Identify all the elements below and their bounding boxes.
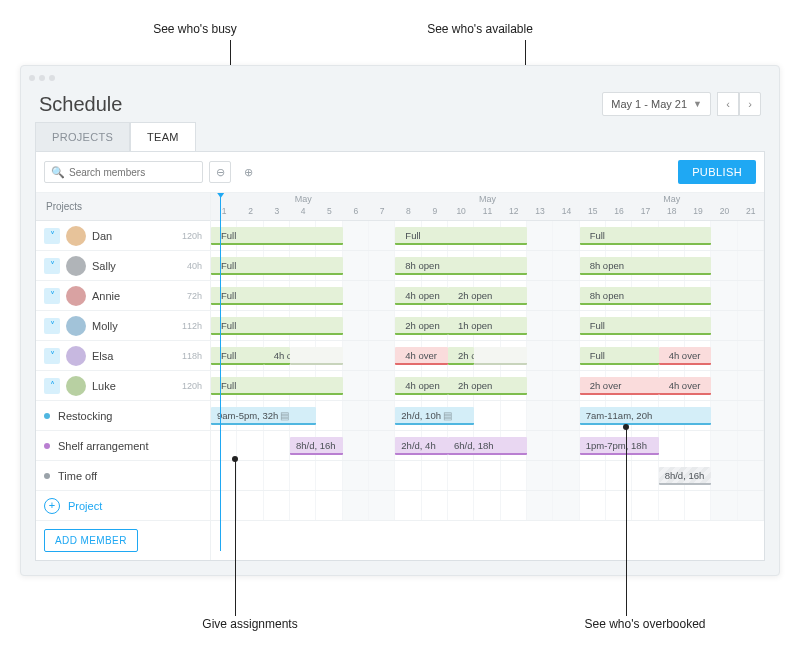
chevron-down-icon[interactable]: ˅ (44, 318, 60, 334)
window-titlebar (21, 66, 779, 82)
task-bar[interactable]: 1pm-7pm, 18h (580, 437, 659, 455)
search-icon: 🔍 (51, 166, 65, 179)
lock-icon: ▤ (280, 410, 289, 421)
task-bar[interactable]: 7am-11am, 20h (580, 407, 712, 425)
availability-bar[interactable]: 2h open (395, 317, 448, 335)
availability-bar[interactable] (474, 347, 527, 365)
zoom-out-button[interactable]: ⊖ (209, 161, 231, 183)
task-bar[interactable]: 9am-5pm, 32h ▤ (211, 407, 316, 425)
day-header: 19 (685, 206, 711, 219)
member-row[interactable]: ˅Dan120h (36, 221, 210, 251)
availability-bar[interactable]: Full (211, 377, 343, 395)
annotation-line (235, 460, 236, 616)
availability-bar[interactable] (290, 347, 343, 365)
member-row[interactable]: ˅Sally40h (36, 251, 210, 281)
next-button[interactable]: › (739, 92, 761, 116)
avatar (66, 256, 86, 276)
avatar (66, 346, 86, 366)
availability-bar[interactable]: 2h open (448, 287, 527, 305)
availability-bar[interactable]: Full (580, 317, 712, 335)
zoom-in-button[interactable]: ⊕ (237, 161, 259, 183)
calendar-header: MayMayMay 123456789101112131415161718192… (211, 193, 764, 221)
day-header: 14 (553, 206, 579, 219)
availability-bar[interactable]: 4h open (264, 347, 290, 365)
availability-bar[interactable]: 8h open (580, 287, 712, 305)
day-header: 17 (632, 206, 658, 219)
member-lane: Full4h open2h open2h over4h over (211, 371, 764, 401)
schedule-grid: Projects ˅Dan120h˅Sally40h˅Annie72h˅Moll… (36, 193, 764, 560)
toolbar: 🔍 ⊖ ⊕ PUBLISH (36, 152, 764, 193)
availability-bar[interactable]: 1h open (448, 317, 527, 335)
task-bar[interactable]: 8h/d, 16h (659, 467, 712, 485)
add-member-button[interactable]: ADD MEMBER (44, 529, 138, 552)
availability-bar[interactable]: Full (211, 347, 264, 365)
prev-button[interactable]: ‹ (717, 92, 739, 116)
day-header: 16 (606, 206, 632, 219)
availability-bar[interactable]: 4h open (395, 377, 448, 395)
availability-bar[interactable]: Full (580, 347, 659, 365)
member-row[interactable]: ˄Luke120h (36, 371, 210, 401)
availability-bar[interactable]: 4h over (659, 347, 712, 365)
day-header: 15 (580, 206, 606, 219)
member-name: Dan (92, 230, 182, 242)
availability-bar[interactable]: 2h open (448, 347, 474, 365)
chevron-down-icon[interactable]: ˅ (44, 348, 60, 364)
availability-bar[interactable]: Full (211, 257, 343, 275)
month-label: May (295, 194, 312, 204)
availability-bar[interactable]: 2h over (580, 377, 659, 395)
availability-bar[interactable]: 4h over (395, 347, 448, 365)
availability-bar[interactable]: Full (211, 287, 343, 305)
member-row[interactable]: ˅Molly112h (36, 311, 210, 341)
member-row[interactable]: ˅Annie72h (36, 281, 210, 311)
task-color-dot (44, 443, 50, 449)
member-row[interactable]: ˅Elsa118h (36, 341, 210, 371)
grid-left: Projects ˅Dan120h˅Sally40h˅Annie72h˅Moll… (36, 193, 211, 560)
annotation-available: See who's available (400, 22, 560, 36)
availability-bar[interactable]: Full (580, 227, 712, 245)
chevron-down-icon[interactable]: ˅ (44, 258, 60, 274)
member-lane: Full4h open4h over2h openFull4h over (211, 341, 764, 371)
task-bar[interactable]: 2h/d, 4h (395, 437, 448, 455)
avatar (66, 286, 86, 306)
day-header: 11 (474, 206, 500, 219)
day-header: 1 (211, 206, 237, 219)
day-header: 12 (501, 206, 527, 219)
task-bar[interactable]: 2h/d, 10h ▤ (395, 407, 474, 425)
plus-icon: + (44, 498, 60, 514)
task-row[interactable]: Restocking (36, 401, 210, 431)
availability-bar[interactable]: 8h open (395, 257, 527, 275)
add-project-row[interactable]: +Project (36, 491, 210, 521)
task-bar[interactable]: 8h/d, 16h (290, 437, 343, 455)
day-header: 8 (395, 206, 421, 219)
member-hours: 40h (187, 261, 202, 271)
search-input[interactable]: 🔍 (44, 161, 203, 183)
grid-right: MayMayMay 123456789101112131415161718192… (211, 193, 764, 560)
member-hours: 118h (182, 351, 202, 361)
task-lane: 9am-5pm, 32h ▤2h/d, 10h ▤7am-11am, 20h (211, 401, 764, 431)
day-header: 4 (290, 206, 316, 219)
caret-down-icon: ▼ (693, 99, 702, 109)
chevron-down-icon[interactable]: ˅ (44, 228, 60, 244)
availability-bar[interactable]: Full (211, 227, 343, 245)
member-name: Annie (92, 290, 187, 302)
tab-team[interactable]: TEAM (130, 122, 196, 151)
availability-bar[interactable]: 8h open (580, 257, 712, 275)
left-header: Projects (36, 193, 210, 221)
task-row[interactable]: Time off (36, 461, 210, 491)
chevron-down-icon[interactable]: ˅ (44, 288, 60, 304)
page-title: Schedule (39, 93, 602, 116)
availability-bar[interactable]: 4h open (395, 287, 448, 305)
task-row[interactable]: Shelf arrangement (36, 431, 210, 461)
availability-bar[interactable]: Full (395, 227, 527, 245)
tab-projects[interactable]: PROJECTS (35, 122, 130, 151)
availability-bar[interactable]: Full (211, 317, 343, 335)
availability-bar[interactable]: 4h over (659, 377, 712, 395)
availability-bar[interactable]: 2h open (448, 377, 527, 395)
date-range-picker[interactable]: May 1 - May 21▼ (602, 92, 711, 116)
day-header: 21 (738, 206, 764, 219)
task-bar[interactable]: 6h/d, 18h (448, 437, 527, 455)
publish-button[interactable]: PUBLISH (678, 160, 756, 184)
search-field[interactable] (69, 167, 196, 178)
chevron-up-icon[interactable]: ˄ (44, 378, 60, 394)
member-name: Sally (92, 260, 187, 272)
